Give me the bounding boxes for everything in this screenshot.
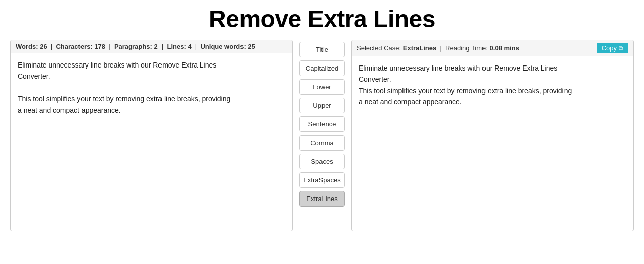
case-btn-extraspaces[interactable]: ExtraSpaces <box>299 172 345 188</box>
output-header-text: Selected Case: ExtraLines | Reading Time… <box>357 44 519 52</box>
copy-button[interactable]: Copy ⧉ <box>597 43 628 53</box>
case-btn-extralines[interactable]: ExtraLines <box>299 191 345 207</box>
case-btn-spaces[interactable]: Spaces <box>299 154 345 169</box>
reading-time-value: 0.08 mins <box>490 44 519 52</box>
words-value: 26 <box>40 43 47 50</box>
selected-case-value: ExtraLines <box>403 44 436 52</box>
output-line-1: Eliminate unnecessary line breaks with o… <box>359 62 626 74</box>
output-line-3: This tool simplifies your text by removi… <box>359 85 626 96</box>
input-line-3: This tool simplifies your text by removi… <box>18 93 285 104</box>
output-line-2: Converter. <box>359 74 626 85</box>
stats-bar: Words: 26 | Characters: 178 | Paragraphs… <box>11 40 292 53</box>
case-btn-capitalized[interactable]: Capitalized <box>299 60 345 76</box>
lines-label: Lines: <box>167 43 186 50</box>
main-layout: Words: 26 | Characters: 178 | Paragraphs… <box>10 40 634 231</box>
unique-value: 25 <box>248 43 255 50</box>
input-line-2: Converter. <box>18 71 285 82</box>
copy-label: Copy <box>602 44 617 52</box>
copy-icon: ⧉ <box>619 45 623 52</box>
left-panel: Words: 26 | Characters: 178 | Paragraphs… <box>10 40 293 231</box>
paragraphs-value: 2 <box>154 43 157 50</box>
right-panel: Selected Case: ExtraLines | Reading Time… <box>351 40 634 231</box>
words-label: Words: <box>16 43 38 50</box>
case-buttons-panel: TitleCapitalizedLowerUpperSentenceCommaS… <box>297 40 347 209</box>
output-line-4: a neat and compact appearance. <box>359 96 626 107</box>
case-btn-sentence[interactable]: Sentence <box>299 116 345 132</box>
case-btn-title[interactable]: Title <box>299 42 345 57</box>
lines-value: 4 <box>188 43 191 50</box>
input-line-1: Eliminate unnecessary line breaks with o… <box>18 59 285 71</box>
output-text-area: Eliminate unnecessary line breaks with o… <box>352 56 633 228</box>
chars-value: 178 <box>94 43 105 50</box>
unique-label: Unique words: <box>200 43 246 50</box>
input-text-area[interactable]: Eliminate unnecessary line breaks with o… <box>11 53 292 225</box>
page-title: Remove Extra Lines <box>10 5 634 33</box>
paragraphs-label: Paragraphs: <box>114 43 152 50</box>
output-header: Selected Case: ExtraLines | Reading Time… <box>352 40 633 56</box>
input-line-4: a neat and compact appearance. <box>18 105 285 116</box>
case-btn-lower[interactable]: Lower <box>299 79 345 95</box>
selected-case-label: Selected Case: <box>357 44 401 52</box>
reading-time-label: Reading Time: <box>445 44 488 52</box>
case-btn-upper[interactable]: Upper <box>299 98 345 113</box>
case-btn-comma[interactable]: Comma <box>299 135 345 151</box>
chars-label: Characters: <box>56 43 92 50</box>
